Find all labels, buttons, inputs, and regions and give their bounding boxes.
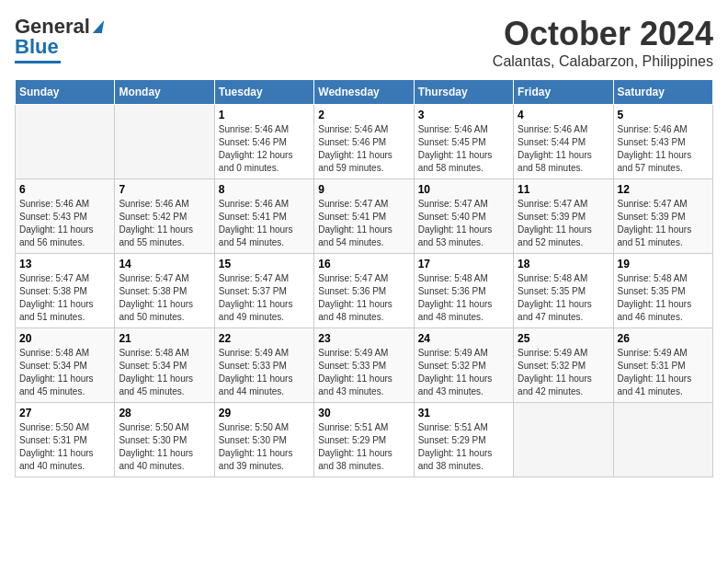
calendar-cell: 10Sunrise: 5:47 AMSunset: 5:40 PMDayligh… [414,179,513,254]
day-info: Sunrise: 5:46 AMSunset: 5:46 PMDaylight:… [318,123,409,175]
column-header-wednesday: Wednesday [314,80,414,105]
calendar-cell: 30Sunrise: 5:51 AMSunset: 5:29 PMDayligh… [314,403,414,477]
column-header-sunday: Sunday [16,80,115,105]
calendar-cell: 23Sunrise: 5:49 AMSunset: 5:33 PMDayligh… [314,328,414,403]
calendar-cell: 28Sunrise: 5:50 AMSunset: 5:30 PMDayligh… [115,403,214,477]
day-number: 11 [518,183,609,196]
day-info: Sunrise: 5:49 AMSunset: 5:32 PMDaylight:… [518,347,609,398]
logo-blue: Blue [15,35,59,59]
day-number: 7 [119,183,210,196]
calendar-cell: 11Sunrise: 5:47 AMSunset: 5:39 PMDayligh… [514,179,613,254]
day-number: 27 [19,407,110,419]
column-header-saturday: Saturday [613,80,712,105]
day-number: 20 [19,332,110,345]
calendar-table: SundayMondayTuesdayWednesdayThursdayFrid… [15,79,713,477]
page-header: General Blue October 2024 Calantas, Cala… [15,15,713,70]
day-info: Sunrise: 5:47 AMSunset: 5:38 PMDaylight:… [19,272,110,324]
day-number: 17 [418,258,509,270]
calendar-cell [16,105,115,179]
day-info: Sunrise: 5:47 AMSunset: 5:39 PMDaylight:… [618,198,709,249]
day-number: 31 [418,407,509,419]
calendar-cell: 9Sunrise: 5:47 AMSunset: 5:41 PMDaylight… [314,179,414,254]
calendar-cell: 13Sunrise: 5:47 AMSunset: 5:38 PMDayligh… [16,254,115,328]
page-title: October 2024 [493,15,713,53]
day-info: Sunrise: 5:47 AMSunset: 5:41 PMDaylight:… [318,198,409,249]
calendar-cell: 29Sunrise: 5:50 AMSunset: 5:30 PMDayligh… [214,403,313,477]
column-header-friday: Friday [514,80,613,105]
day-number: 4 [518,109,609,121]
day-number: 19 [618,258,709,270]
calendar-cell: 21Sunrise: 5:48 AMSunset: 5:34 PMDayligh… [115,328,214,403]
week-row-4: 20Sunrise: 5:48 AMSunset: 5:34 PMDayligh… [16,328,713,403]
day-number: 10 [418,183,509,196]
calendar-cell: 18Sunrise: 5:48 AMSunset: 5:35 PMDayligh… [514,254,613,328]
day-number: 22 [219,332,310,345]
day-info: Sunrise: 5:46 AMSunset: 5:45 PMDaylight:… [418,123,509,175]
day-info: Sunrise: 5:50 AMSunset: 5:30 PMDaylight:… [219,421,310,473]
page-subtitle: Calantas, Calabarzon, Philippines [493,53,713,70]
calendar-header-row: SundayMondayTuesdayWednesdayThursdayFrid… [16,80,713,105]
day-info: Sunrise: 5:47 AMSunset: 5:37 PMDaylight:… [219,272,310,324]
column-header-thursday: Thursday [414,80,513,105]
day-number: 15 [219,258,310,270]
day-info: Sunrise: 5:46 AMSunset: 5:43 PMDaylight:… [19,198,110,249]
day-info: Sunrise: 5:47 AMSunset: 5:36 PMDaylight:… [318,272,409,324]
day-info: Sunrise: 5:48 AMSunset: 5:35 PMDaylight:… [618,272,709,324]
logo-underline [15,61,61,63]
day-number: 25 [518,332,609,345]
calendar-cell: 7Sunrise: 5:46 AMSunset: 5:42 PMDaylight… [115,179,214,254]
day-info: Sunrise: 5:49 AMSunset: 5:33 PMDaylight:… [219,347,310,398]
day-info: Sunrise: 5:50 AMSunset: 5:30 PMDaylight:… [119,421,210,473]
calendar-cell: 15Sunrise: 5:47 AMSunset: 5:37 PMDayligh… [214,254,313,328]
calendar-cell: 22Sunrise: 5:49 AMSunset: 5:33 PMDayligh… [214,328,313,403]
day-info: Sunrise: 5:46 AMSunset: 5:46 PMDaylight:… [219,123,310,175]
calendar-cell [115,105,214,179]
day-info: Sunrise: 5:46 AMSunset: 5:43 PMDaylight:… [618,123,709,175]
calendar-cell: 20Sunrise: 5:48 AMSunset: 5:34 PMDayligh… [16,328,115,403]
day-number: 16 [318,258,409,270]
day-number: 28 [119,407,210,419]
calendar-cell: 16Sunrise: 5:47 AMSunset: 5:36 PMDayligh… [314,254,414,328]
day-number: 6 [19,183,110,196]
calendar-cell: 8Sunrise: 5:46 AMSunset: 5:41 PMDaylight… [214,179,313,254]
day-info: Sunrise: 5:48 AMSunset: 5:35 PMDaylight:… [518,272,609,324]
calendar-cell: 27Sunrise: 5:50 AMSunset: 5:31 PMDayligh… [16,403,115,477]
calendar-cell: 14Sunrise: 5:47 AMSunset: 5:38 PMDayligh… [115,254,214,328]
calendar-cell: 5Sunrise: 5:46 AMSunset: 5:43 PMDaylight… [613,105,712,179]
day-info: Sunrise: 5:50 AMSunset: 5:31 PMDaylight:… [19,421,110,473]
calendar-cell: 19Sunrise: 5:48 AMSunset: 5:35 PMDayligh… [613,254,712,328]
day-info: Sunrise: 5:48 AMSunset: 5:34 PMDaylight:… [119,347,210,398]
calendar-cell: 17Sunrise: 5:48 AMSunset: 5:36 PMDayligh… [414,254,513,328]
column-header-tuesday: Tuesday [214,80,313,105]
week-row-1: 1Sunrise: 5:46 AMSunset: 5:46 PMDaylight… [16,105,713,179]
day-info: Sunrise: 5:49 AMSunset: 5:33 PMDaylight:… [318,347,409,398]
day-info: Sunrise: 5:51 AMSunset: 5:29 PMDaylight:… [418,421,509,473]
day-number: 29 [219,407,310,419]
week-row-2: 6Sunrise: 5:46 AMSunset: 5:43 PMDaylight… [16,179,713,254]
week-row-3: 13Sunrise: 5:47 AMSunset: 5:38 PMDayligh… [16,254,713,328]
day-number: 13 [19,258,110,270]
calendar-cell [514,403,613,477]
column-header-monday: Monday [115,80,214,105]
calendar-cell: 2Sunrise: 5:46 AMSunset: 5:46 PMDaylight… [314,105,414,179]
day-info: Sunrise: 5:47 AMSunset: 5:40 PMDaylight:… [418,198,509,249]
day-info: Sunrise: 5:49 AMSunset: 5:32 PMDaylight:… [418,347,509,398]
day-number: 9 [318,183,409,196]
day-info: Sunrise: 5:48 AMSunset: 5:36 PMDaylight:… [418,272,509,324]
day-info: Sunrise: 5:51 AMSunset: 5:29 PMDaylight:… [318,421,409,473]
day-info: Sunrise: 5:47 AMSunset: 5:38 PMDaylight:… [119,272,210,324]
logo-arrow-icon [93,20,104,33]
day-number: 12 [618,183,709,196]
calendar-cell: 26Sunrise: 5:49 AMSunset: 5:31 PMDayligh… [613,328,712,403]
day-info: Sunrise: 5:46 AMSunset: 5:44 PMDaylight:… [518,123,609,175]
day-info: Sunrise: 5:46 AMSunset: 5:41 PMDaylight:… [219,198,310,249]
day-number: 30 [318,407,409,419]
day-number: 26 [618,332,709,345]
day-number: 8 [219,183,310,196]
calendar-cell: 24Sunrise: 5:49 AMSunset: 5:32 PMDayligh… [414,328,513,403]
day-number: 24 [418,332,509,345]
day-number: 14 [119,258,210,270]
day-info: Sunrise: 5:48 AMSunset: 5:34 PMDaylight:… [19,347,110,398]
day-number: 18 [518,258,609,270]
calendar-cell: 3Sunrise: 5:46 AMSunset: 5:45 PMDaylight… [414,105,513,179]
